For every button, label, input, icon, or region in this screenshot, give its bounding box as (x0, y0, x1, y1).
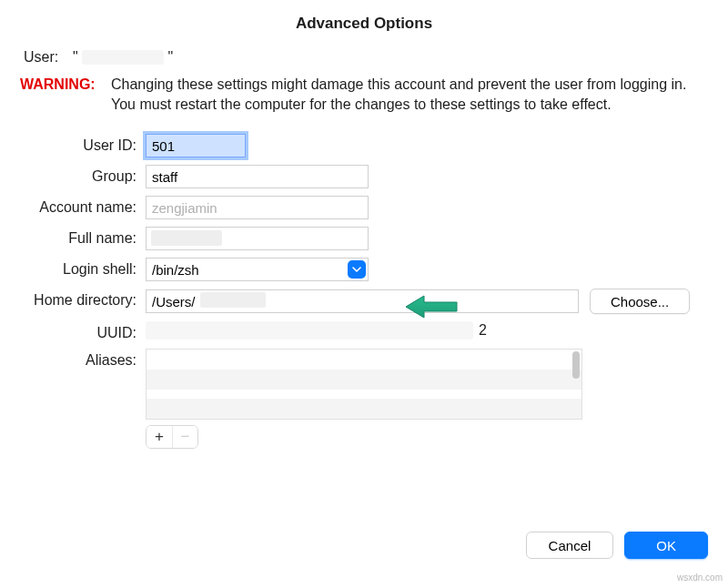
choose-button[interactable]: Choose... (590, 289, 690, 314)
user-row: User: " " (18, 46, 710, 66)
redacted-block (200, 292, 266, 308)
redacted-block (151, 230, 222, 246)
aliases-row: Aliases: + − (18, 349, 710, 449)
full-name-row: Full name: (18, 227, 710, 250)
user-value: " " (73, 46, 710, 66)
dialog-title: Advanced Options (0, 0, 728, 46)
group-row: Group: (18, 165, 710, 188)
add-alias-button[interactable]: + (147, 426, 172, 448)
user-label: User: (18, 46, 73, 66)
uuid-value-fragment: 2 (479, 322, 487, 339)
watermark: wsxdn.com (677, 573, 723, 583)
chevron-down-icon (352, 265, 361, 274)
cancel-button[interactable]: Cancel (526, 532, 614, 559)
group-label: Group: (18, 165, 146, 185)
user-id-row: User ID: (18, 134, 710, 157)
account-name-label: Account name: (18, 196, 146, 216)
aliases-label: Aliases: (18, 349, 146, 369)
annotation-arrow-icon (402, 293, 459, 320)
warning-label: WARNING: (18, 73, 111, 93)
full-name-label: Full name: (18, 227, 146, 247)
scrollbar-thumb[interactable] (572, 351, 580, 379)
home-dir-label: Home directory: (18, 289, 146, 309)
user-id-label: User ID: (18, 134, 146, 154)
home-dir-row: Home directory: Choose... (18, 289, 710, 314)
aliases-add-remove: + − (146, 425, 198, 449)
redacted-block (146, 321, 473, 340)
warning-text: Changing these settings might damage thi… (111, 73, 710, 114)
uuid-row: UUID: 2 (18, 321, 710, 341)
group-input[interactable] (146, 165, 369, 188)
warning-row: WARNING: Changing these settings might d… (18, 73, 710, 114)
login-shell-label: Login shell: (18, 258, 146, 278)
user-id-input[interactable] (146, 134, 246, 157)
login-shell-input[interactable] (146, 258, 369, 281)
remove-alias-button: − (172, 426, 197, 448)
login-shell-dropdown-button[interactable] (348, 260, 366, 279)
ok-button[interactable]: OK (624, 532, 708, 559)
account-name-row: Account name: (18, 196, 710, 219)
aliases-list[interactable] (146, 349, 582, 420)
uuid-label: UUID: (18, 321, 146, 341)
account-name-input (146, 196, 369, 219)
login-shell-row: Login shell: (18, 258, 710, 281)
